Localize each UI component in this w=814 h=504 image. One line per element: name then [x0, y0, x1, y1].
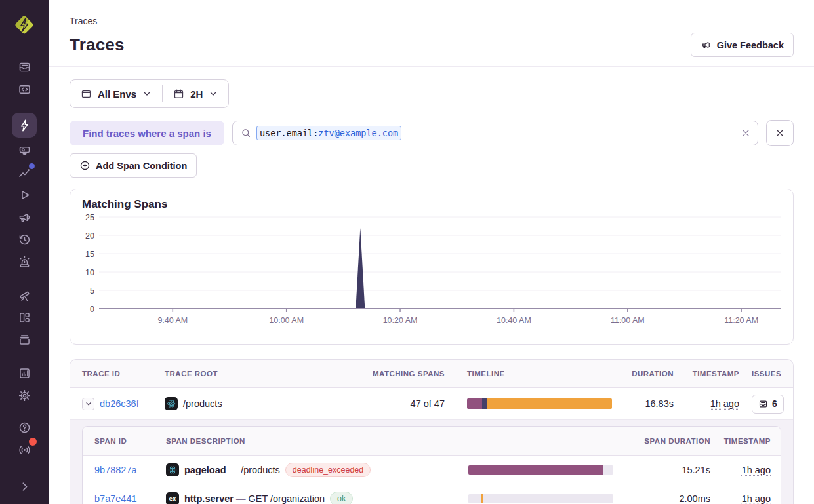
svg-text:25: 25 — [85, 213, 94, 222]
alerts-siren-icon — [18, 255, 31, 269]
separator: — — [234, 494, 249, 504]
sidebar-item-explore[interactable] — [12, 78, 37, 100]
insights-notification-dot — [29, 163, 35, 169]
replays-play-icon — [18, 188, 31, 202]
sidebar — [0, 0, 49, 504]
give-feedback-label: Give Feedback — [717, 40, 784, 50]
col-matching-spans: MATCHING SPANS — [329, 370, 467, 378]
sidebar-item-projects[interactable] — [12, 139, 37, 161]
span-timeline-bar — [468, 494, 613, 503]
trace-timestamp: 1h ago — [710, 398, 739, 409]
span-timeline-bar — [468, 465, 613, 475]
add-span-condition-label: Add Span Condition — [96, 161, 187, 171]
sidebar-item-history[interactable] — [12, 228, 37, 250]
trace-issues-count: 6 — [772, 398, 777, 409]
date-range-filter-label: 2H — [190, 88, 203, 100]
sidebar-item-releases[interactable] — [12, 328, 37, 351]
span-timestamp: 1h ago — [742, 465, 771, 475]
span-op: http.server — [184, 494, 234, 504]
trace-issues-button[interactable]: 6 — [752, 395, 784, 414]
span-id-link[interactable]: 9b78827a — [94, 465, 137, 475]
sentry-logo[interactable] — [10, 11, 38, 39]
separator: — — [226, 465, 241, 475]
close-icon — [775, 128, 785, 138]
status-badge: ok — [330, 492, 353, 504]
svg-text:0: 0 — [90, 305, 94, 314]
history-clock-icon — [18, 233, 31, 246]
sidebar-item-dashboards[interactable] — [12, 306, 37, 328]
settings-gear-icon — [18, 389, 31, 402]
sentry-logo-icon — [13, 14, 35, 36]
clear-search-icon[interactable] — [741, 128, 751, 138]
page-header: Traces Traces Give Feedback — [49, 0, 814, 67]
filter-bar: All Envs 2H — [70, 79, 229, 108]
breadcrumb[interactable]: Traces — [70, 16, 794, 27]
sidebar-item-replays[interactable] — [12, 184, 37, 206]
sidebar-item-whats-new[interactable] — [12, 438, 37, 461]
sidebar-item-discover[interactable] — [12, 284, 37, 306]
trace-root-label: /products — [183, 398, 222, 409]
environment-filter-label: All Envs — [98, 88, 136, 100]
projector-icon — [18, 144, 31, 157]
col-span-timestamp: TIMESTAMP — [718, 437, 781, 445]
sidebar-item-settings[interactable] — [12, 384, 37, 406]
releases-archive-icon — [18, 333, 31, 347]
delete-condition-button[interactable] — [766, 120, 794, 146]
svg-text:15: 15 — [85, 250, 94, 259]
col-span-id: SPAN ID — [83, 437, 166, 445]
span-description: /products — [241, 465, 280, 475]
give-feedback-button[interactable]: Give Feedback — [691, 33, 794, 57]
svg-text:11:00 AM: 11:00 AM — [611, 316, 645, 325]
trace-id-link[interactable]: db26c36f — [100, 398, 139, 409]
help-question-icon — [18, 421, 31, 435]
span-timestamp: 1h ago — [742, 494, 771, 504]
stats-bars-icon — [18, 366, 31, 380]
sidebar-item-stats[interactable] — [12, 362, 37, 384]
issues-inbox-icon — [758, 399, 768, 409]
svg-text:20: 20 — [85, 231, 94, 241]
react-platform-icon — [165, 397, 178, 410]
svg-text:11:20 AM: 11:20 AM — [724, 316, 758, 325]
col-span-description: SPAN DESCRIPTION — [166, 437, 468, 445]
chart-title: Matching Spans — [82, 198, 781, 211]
span-duration: 2.00ms — [619, 494, 718, 504]
traces-table-header: TRACE ID TRACE ROOT MATCHING SPANS TIMEL… — [70, 360, 793, 388]
trace-duration: 16.83s — [618, 398, 677, 409]
megaphone-icon — [701, 39, 712, 50]
sidebar-item-alerts[interactable] — [12, 250, 37, 273]
matching-spans-panel: Matching Spans 05101520259:40 AM10:00 AM… — [70, 189, 794, 345]
telescope-icon — [18, 288, 31, 302]
calendar-icon — [173, 88, 184, 100]
matching-spans-chart: 05101520259:40 AM10:00 AM10:20 AM10:40 A… — [82, 213, 781, 331]
react-platform-icon — [166, 463, 179, 476]
sidebar-item-user-feedback[interactable] — [12, 206, 37, 228]
sidebar-item-help[interactable] — [12, 416, 37, 438]
megaphone-icon — [18, 210, 31, 224]
window-icon — [81, 88, 92, 100]
svg-text:9:40 AM: 9:40 AM — [157, 316, 188, 325]
expanded-trace-section: SPAN ID SPAN DESCRIPTION SPAN DURATION T… — [70, 419, 793, 504]
add-span-condition-button[interactable]: Add Span Condition — [70, 153, 197, 178]
span-search-input[interactable]: user.email:ztv@example.com — [232, 121, 758, 145]
span-duration: 15.21s — [619, 465, 718, 475]
date-range-filter[interactable]: 2H — [163, 80, 228, 107]
sidebar-item-traces[interactable] — [12, 113, 37, 138]
col-trace-root: TRACE ROOT — [165, 370, 329, 378]
sidebar-item-issues[interactable] — [12, 56, 37, 78]
trace-row[interactable]: db26c36f /products 47 of 47 16 — [70, 388, 793, 419]
sidebar-item-insights[interactable] — [12, 161, 37, 184]
span-description: GET /organization — [248, 494, 325, 504]
span-row[interactable]: b7a7e441 ex http.server—GET /organizatio… — [83, 484, 781, 504]
environment-filter[interactable]: All Envs — [70, 80, 162, 107]
trace-expander-button[interactable] — [82, 398, 94, 410]
span-row[interactable]: 9b78827a pageload—/products — [83, 456, 781, 484]
matching-spans-value: 47 of 47 — [329, 398, 467, 409]
search-icon — [241, 128, 251, 138]
span-id-link[interactable]: b7a7e441 — [94, 494, 137, 504]
chevron-down-icon — [209, 89, 218, 98]
search-filter-token[interactable]: user.email:ztv@example.com — [256, 126, 401, 140]
broadcast-icon — [18, 443, 31, 457]
svg-text:10:00 AM: 10:00 AM — [269, 316, 304, 325]
sidebar-collapse-button[interactable] — [12, 475, 37, 497]
svg-text:10:20 AM: 10:20 AM — [383, 316, 418, 325]
